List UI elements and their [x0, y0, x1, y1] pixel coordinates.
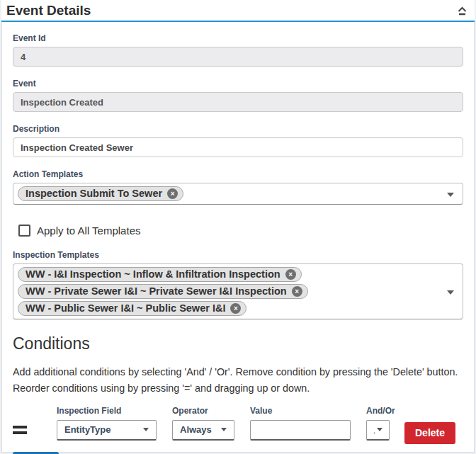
- apply-all-templates-label: Apply to All Templates: [37, 225, 140, 237]
- event-label: Event: [13, 79, 463, 89]
- chip-label: Inspection Submit To Sewer: [26, 188, 162, 199]
- chevron-down-icon: [143, 428, 149, 431]
- selected-template-chip: WW - I&I Inspection ~ Inflow & Infiltrat…: [18, 267, 302, 282]
- inspection-field-value: EntityType: [64, 424, 111, 435]
- remove-chip-icon[interactable]: ×: [230, 303, 241, 314]
- chevron-up-collapse-icon: [457, 6, 468, 16]
- selected-template-chip: WW - Private Sewer I&I ~ Private Sewer I…: [18, 284, 308, 299]
- operator-group: Operator Always: [172, 406, 234, 441]
- remove-chip-icon[interactable]: ×: [292, 286, 302, 297]
- description-label: Description: [13, 124, 463, 134]
- action-templates-multiselect[interactable]: Inspection Submit To Sewer ×: [13, 183, 463, 205]
- value-input[interactable]: [250, 420, 351, 441]
- event-id-input: [13, 47, 463, 67]
- value-group: Value: [250, 406, 351, 441]
- and-or-select[interactable]: .: [366, 420, 390, 441]
- chip-label: WW - Private Sewer I&I ~ Private Sewer I…: [26, 285, 287, 297]
- chevron-down-icon: [447, 290, 454, 295]
- event-details-panel: Event Id Event Description Action Templa…: [1, 22, 475, 453]
- event-input: [13, 92, 463, 112]
- ellipsis-dot: .: [373, 429, 375, 435]
- chip-label: WW - I&I Inspection ~ Inflow & Infiltrat…: [26, 268, 280, 280]
- inspection-templates-multiselect[interactable]: WW - I&I Inspection ~ Inflow & Infiltrat…: [13, 263, 463, 319]
- drag-handle-icon[interactable]: [13, 426, 27, 437]
- and-or-label: And/Or: [366, 406, 390, 416]
- delete-condition-button[interactable]: Delete: [404, 422, 455, 444]
- chip-label: WW - Public Sewer I&I ~ Public Sewer I&I: [26, 302, 225, 314]
- operator-value: Always: [180, 424, 212, 435]
- and-or-group: And/Or .: [366, 406, 390, 441]
- chevron-down-icon: [447, 193, 454, 197]
- collapse-panel-button[interactable]: [455, 5, 469, 17]
- value-label: Value: [250, 406, 351, 416]
- operator-label: Operator: [172, 406, 234, 416]
- page-title: Event Details: [6, 3, 91, 18]
- condition-row: Inspection Field EntityType Operator Alw…: [13, 406, 463, 444]
- inspection-field-label: Inspection Field: [57, 406, 157, 416]
- description-input[interactable]: [13, 137, 463, 157]
- event-group: Event: [13, 79, 463, 112]
- conditions-title: Conditions: [13, 334, 463, 353]
- action-templates-group: Action Templates Inspection Submit To Se…: [13, 169, 463, 205]
- chevron-down-icon: [221, 428, 227, 431]
- inspection-field-select[interactable]: EntityType: [57, 420, 157, 441]
- inspection-templates-label: Inspection Templates: [13, 250, 463, 260]
- help-line-1: Add additional conditions by selecting '…: [13, 364, 463, 380]
- apply-all-templates-checkbox[interactable]: [18, 225, 30, 237]
- chevron-down-icon: [377, 428, 382, 431]
- conditions-help-text: Add additional conditions by selecting '…: [13, 364, 463, 397]
- inspection-templates-group: Inspection Templates WW - I&I Inspection…: [13, 250, 463, 319]
- description-group: Description: [13, 124, 463, 157]
- event-id-group: Event Id: [13, 33, 463, 67]
- help-line-2: Reorder conditions using by pressing '='…: [13, 380, 463, 397]
- operator-select[interactable]: Always: [172, 420, 234, 441]
- inspection-field-group: Inspection Field EntityType: [57, 406, 157, 441]
- remove-chip-icon[interactable]: ×: [167, 188, 178, 199]
- remove-chip-icon[interactable]: ×: [285, 269, 296, 280]
- event-id-label: Event Id: [13, 33, 463, 43]
- apply-all-templates-row: Apply to All Templates: [18, 225, 463, 237]
- event-details-header: Event Details: [1, 0, 475, 22]
- selected-template-chip: WW - Public Sewer I&I ~ Public Sewer I&I…: [18, 301, 246, 316]
- selected-template-chip: Inspection Submit To Sewer ×: [18, 186, 183, 201]
- action-templates-label: Action Templates: [13, 169, 463, 179]
